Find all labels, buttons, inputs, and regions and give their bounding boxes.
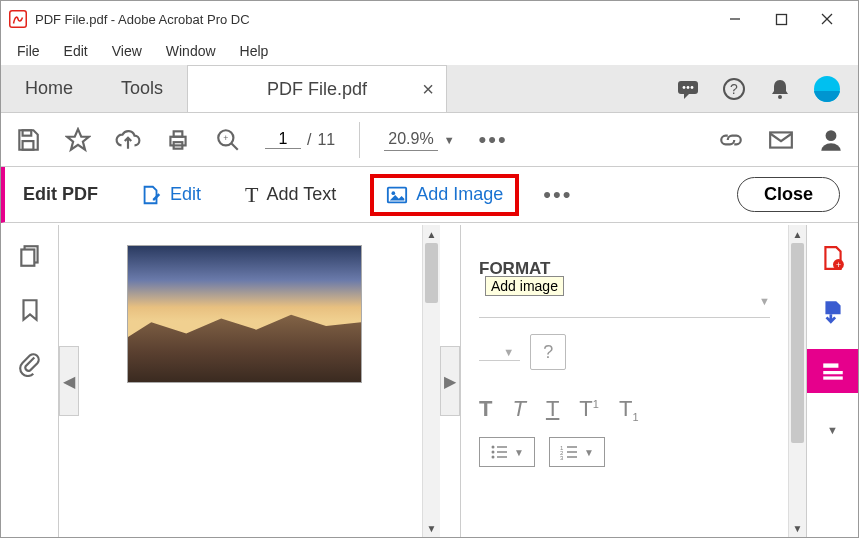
page-separator: /	[307, 131, 311, 149]
italic-button[interactable]: T	[512, 396, 525, 423]
svg-rect-40	[823, 363, 838, 367]
svg-point-23	[392, 191, 396, 195]
tooltip: Add image	[485, 276, 564, 296]
scroll-thumb[interactable]	[791, 243, 804, 443]
minimize-button[interactable]	[712, 4, 758, 34]
svg-rect-13	[23, 141, 34, 150]
chevron-down-icon: ▼	[514, 447, 524, 458]
svg-rect-2	[776, 14, 786, 24]
scroll-up-icon[interactable]: ▲	[423, 225, 440, 243]
mail-icon[interactable]	[768, 127, 794, 153]
chevron-down-icon: ▼	[584, 447, 594, 458]
svg-point-26	[492, 446, 495, 449]
tab-tools[interactable]: Tools	[97, 65, 187, 112]
add-text-button[interactable]: T Add Text	[235, 176, 346, 214]
print-icon[interactable]	[165, 127, 191, 153]
tab-row: Home Tools PDF File.pdf × ?	[1, 65, 858, 113]
add-image-button[interactable]: Add Image	[370, 174, 519, 216]
menu-edit[interactable]: Edit	[54, 41, 98, 61]
scroll-thumb[interactable]	[425, 243, 438, 303]
svg-rect-41	[823, 371, 843, 374]
save-icon[interactable]	[15, 127, 41, 153]
separator	[359, 122, 360, 158]
page-navigator: / 11	[265, 130, 335, 149]
maximize-button[interactable]	[758, 4, 804, 34]
svg-point-8	[691, 86, 694, 89]
main-toolbar: + / 11 20.9% ▼ •••	[1, 113, 858, 167]
more-tools-icon[interactable]: ▼	[816, 413, 850, 447]
menu-view[interactable]: View	[102, 41, 152, 61]
right-tools-pane: + ▼	[806, 225, 858, 537]
star-icon[interactable]	[65, 127, 91, 153]
subscript-button[interactable]: T1	[619, 396, 639, 423]
next-page-button[interactable]: ▶	[440, 346, 460, 416]
tab-close-icon[interactable]: ×	[422, 78, 434, 101]
page-thumbnail[interactable]	[127, 245, 362, 383]
scroll-down-icon[interactable]: ▼	[423, 519, 440, 537]
user-avatar[interactable]	[814, 76, 840, 102]
font-size-row: ▼ ?	[479, 334, 770, 380]
create-pdf-tool-icon[interactable]: +	[816, 241, 850, 275]
close-tool-button[interactable]: Close	[737, 177, 840, 212]
bell-icon[interactable]	[768, 77, 792, 101]
bold-button[interactable]: T	[479, 396, 492, 423]
edit-pdf-tool-icon[interactable]	[807, 349, 859, 393]
svg-text:+: +	[223, 133, 228, 143]
scroll-down-icon[interactable]: ▼	[789, 519, 806, 537]
pages-panel-icon[interactable]	[17, 243, 43, 269]
svg-rect-15	[174, 131, 183, 136]
bullet-list-icon	[490, 444, 508, 460]
numbered-list-button[interactable]: 123 ▼	[549, 437, 605, 467]
page-input[interactable]	[265, 130, 301, 149]
menu-window[interactable]: Window	[156, 41, 226, 61]
page-total: 11	[317, 131, 335, 149]
svg-point-30	[492, 456, 495, 459]
edit-pdf-bar: Edit PDF Edit T Add Text Add Image ••• C…	[1, 167, 858, 223]
edit-button[interactable]: Edit	[130, 178, 211, 212]
menu-file[interactable]: File	[7, 41, 50, 61]
image-icon	[386, 184, 408, 206]
format-scrollbar[interactable]: ▲ ▼	[788, 225, 806, 537]
font-size-select[interactable]: ▼	[479, 344, 520, 361]
canvas-scrollbar[interactable]: ▲ ▼	[422, 225, 440, 537]
tab-document[interactable]: PDF File.pdf ×	[187, 65, 447, 112]
overflow-icon[interactable]: •••	[479, 127, 508, 153]
format-panel: FORMAT ▼ ▼ ? T T T T1 T1 ▼ 123 ▼	[460, 225, 788, 537]
zoom-select[interactable]: 20.9% ▼	[384, 128, 454, 151]
help-box-icon[interactable]: ?	[530, 334, 566, 370]
help-icon[interactable]: ?	[722, 77, 746, 101]
close-window-button[interactable]	[804, 4, 850, 34]
bookmark-icon[interactable]	[17, 297, 43, 323]
attachment-icon[interactable]	[17, 351, 43, 377]
search-icon[interactable]: +	[215, 127, 241, 153]
svg-line-18	[231, 143, 238, 150]
svg-point-7	[687, 86, 690, 89]
font-select-row[interactable]: ▼	[479, 295, 770, 318]
svg-text:?: ?	[730, 81, 738, 97]
person-icon[interactable]	[818, 127, 844, 153]
svg-rect-12	[23, 130, 32, 135]
link-icon[interactable]	[718, 127, 744, 153]
editbar-overflow-icon[interactable]: •••	[543, 182, 572, 208]
prev-page-button[interactable]: ◀	[59, 346, 79, 416]
svg-point-21	[826, 130, 837, 141]
title-bar: PDF File.pdf - Adobe Acrobat Pro DC	[1, 1, 858, 37]
left-nav-pane	[1, 225, 59, 537]
chevron-down-icon: ▼	[759, 295, 770, 307]
export-pdf-tool-icon[interactable]	[816, 295, 850, 329]
comment-icon[interactable]	[676, 77, 700, 101]
scroll-up-icon[interactable]: ▲	[789, 225, 806, 243]
document-area: ◀ ▲ ▼ ▶	[59, 225, 460, 537]
menu-help[interactable]: Help	[230, 41, 279, 61]
editbar-title: Edit PDF	[23, 184, 98, 205]
superscript-button[interactable]: T1	[579, 396, 599, 423]
menu-bar: File Edit View Window Help	[1, 37, 858, 65]
bullet-list-button[interactable]: ▼	[479, 437, 535, 467]
cloud-upload-icon[interactable]	[115, 127, 141, 153]
text-icon: T	[245, 182, 258, 208]
list-row: ▼ 123 ▼	[479, 437, 770, 467]
page-canvas[interactable]	[79, 225, 422, 537]
tab-home[interactable]: Home	[1, 65, 97, 112]
underline-button[interactable]: T	[546, 396, 559, 423]
text-style-row: T T T T1 T1	[479, 396, 770, 423]
